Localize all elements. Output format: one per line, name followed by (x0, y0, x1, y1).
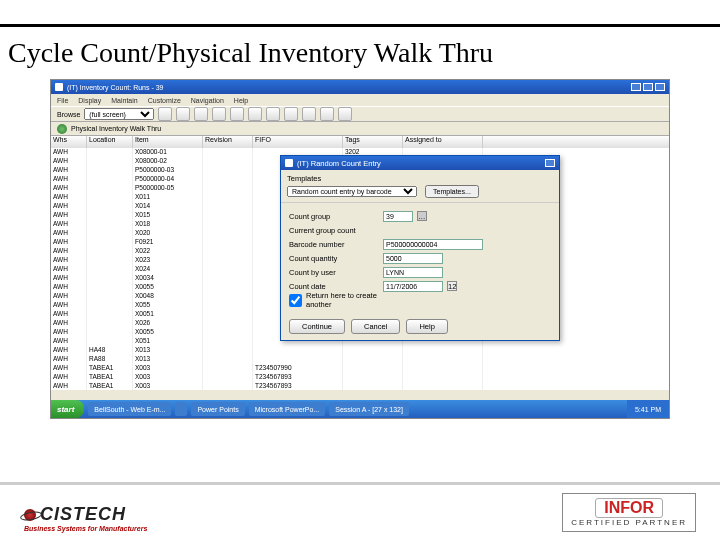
menu-help[interactable]: Help (234, 97, 248, 104)
taskbar-item[interactable] (175, 402, 187, 416)
footer: CISTECH Business Systems for Manufacture… (0, 484, 720, 540)
menu-customize[interactable]: Customize (148, 97, 181, 104)
lookup-icon[interactable]: … (417, 211, 427, 221)
grid-header: Whs Location Item Revision FIFO Tags Ass… (51, 136, 669, 148)
menu-navigation[interactable]: Navigation (191, 97, 224, 104)
col-whs[interactable]: Whs (51, 136, 87, 148)
dialog-icon (285, 159, 293, 167)
start-button[interactable]: start (51, 400, 84, 418)
template-select[interactable]: (full screen) (84, 108, 154, 120)
barcode-field[interactable] (383, 239, 483, 250)
col-tags[interactable]: Tags (343, 136, 403, 148)
tool-button[interactable] (176, 107, 190, 121)
window-controls[interactable] (631, 83, 665, 91)
start-label: start (57, 405, 74, 414)
col-location[interactable]: Location (87, 136, 133, 148)
cistech-logo: CISTECH Business Systems for Manufacture… (24, 504, 147, 532)
qty-label: Count quantity (289, 254, 379, 263)
infor-brand: INFOR (595, 498, 663, 518)
back-icon[interactable] (57, 124, 67, 134)
continue-button[interactable]: Continue (289, 319, 345, 334)
footer-rule (0, 482, 720, 485)
cistech-tagline: Business Systems for Manufacturers (24, 525, 147, 532)
tool-button[interactable] (284, 107, 298, 121)
cancel-button[interactable]: Cancel (351, 319, 400, 334)
taskbar-item[interactable]: Microsoft PowerPo... (249, 402, 326, 416)
infor-badge: INFOR CERTIFIED PARTNER (562, 493, 696, 532)
dialog-title: (IT) Random Count Entry (297, 159, 381, 168)
system-tray[interactable]: 5:41 PM (627, 400, 669, 418)
tool-button[interactable] (194, 107, 208, 121)
infor-cp: CERTIFIED PARTNER (571, 518, 687, 527)
dialog-titlebar[interactable]: (IT) Random Count Entry (281, 156, 559, 170)
count-group-label: Count group (289, 212, 379, 221)
table-row[interactable]: AWHTABEA1X003T234507990 (51, 364, 669, 373)
table-row[interactable]: AWHHA48X013 (51, 346, 669, 355)
toolbar: Browse (full screen) (51, 106, 669, 122)
dialog-body: Count group… Current group count Barcode… (281, 203, 559, 313)
table-row[interactable]: AWHRA88X013 (51, 355, 669, 364)
col-fifo[interactable]: FIFO (253, 136, 343, 148)
tool-button[interactable] (230, 107, 244, 121)
taskbar-item[interactable]: BellSouth - Web E-m... (88, 402, 171, 416)
tool-button[interactable] (338, 107, 352, 121)
cistech-name: CISTECH (40, 504, 126, 525)
tool-button[interactable] (212, 107, 226, 121)
clock: 5:41 PM (635, 406, 661, 413)
col-assigned[interactable]: Assigned to (403, 136, 483, 148)
dialog-buttons: Continue Cancel Help (281, 313, 559, 340)
col-revision[interactable]: Revision (203, 136, 253, 148)
taskbar: start BellSouth - Web E-m... Power Point… (51, 400, 669, 418)
help-button[interactable]: Help (406, 319, 447, 334)
barcode-label: Barcode number (289, 240, 379, 249)
dialog-template-select[interactable]: Random count entry by barcode (287, 186, 417, 197)
templates-label: Templates (287, 174, 553, 183)
app-icon (55, 83, 63, 91)
table-row[interactable]: AWHTABEA1X003T234567893 (51, 382, 669, 390)
page-title: Cycle Count/Physical Inventory Walk Thru (0, 37, 720, 79)
tool-button[interactable] (158, 107, 172, 121)
date-field[interactable] (383, 281, 443, 292)
col-item[interactable]: Item (133, 136, 203, 148)
taskbar-item[interactable]: Power Points (191, 402, 244, 416)
main-titlebar[interactable]: (IT) Inventory Count: Runs - 39 (51, 80, 669, 94)
menu-display[interactable]: Display (78, 97, 101, 104)
return-label: Return here to create another (306, 291, 396, 309)
return-checkbox[interactable] (289, 294, 302, 307)
user-label: Count by user (289, 268, 379, 277)
qty-field[interactable] (383, 253, 443, 264)
date-label: Count date (289, 282, 379, 291)
template-row: Templates Random count entry by barcode … (281, 170, 559, 203)
logo-icon (24, 509, 36, 521)
count-group-field[interactable] (383, 211, 413, 222)
table-row[interactable]: AWHTABEA1X003T234567893 (51, 373, 669, 382)
menu-maintain[interactable]: Maintain (111, 97, 137, 104)
templates-button[interactable]: Templates... (425, 185, 479, 198)
tool-button[interactable] (248, 107, 262, 121)
breadcrumb: Physical Inventory Walk Thru (71, 125, 161, 132)
user-field[interactable] (383, 267, 443, 278)
taskbar-item[interactable]: Session A - [27 x 132] (329, 402, 409, 416)
toolbar-browse-label: Browse (57, 111, 80, 118)
tool-button[interactable] (302, 107, 316, 121)
menubar: File Display Maintain Customize Navigati… (51, 94, 669, 106)
current-group-label: Current group count (289, 226, 379, 235)
tool-button[interactable] (320, 107, 334, 121)
dialog-close[interactable] (545, 159, 555, 167)
random-count-dialog: (IT) Random Count Entry Templates Random… (280, 155, 560, 341)
breadcrumb-bar: Physical Inventory Walk Thru (51, 122, 669, 136)
tool-button[interactable] (266, 107, 280, 121)
top-rule (0, 24, 720, 27)
calendar-icon[interactable]: 12 (447, 281, 457, 291)
window-title: (IT) Inventory Count: Runs - 39 (67, 84, 163, 91)
menu-file[interactable]: File (57, 97, 68, 104)
